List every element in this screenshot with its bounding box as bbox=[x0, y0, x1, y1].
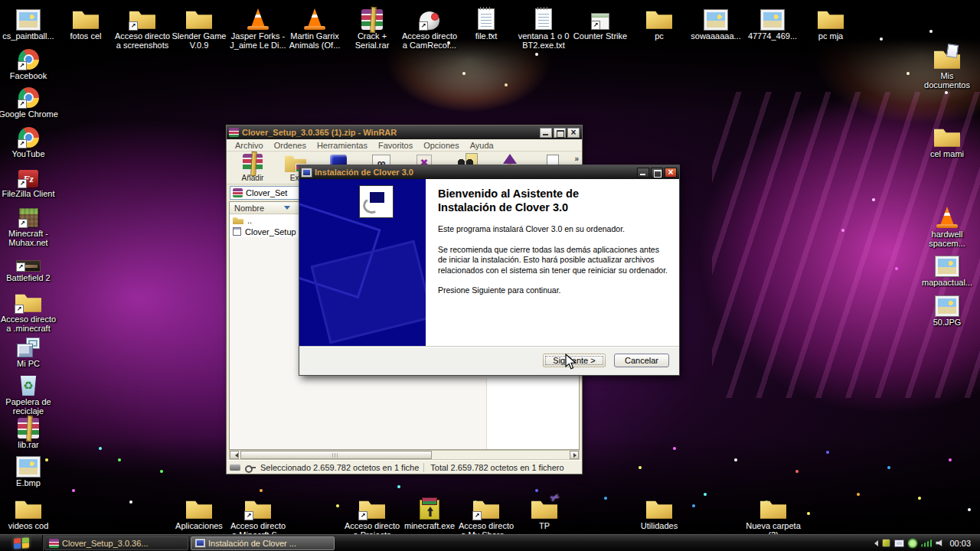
desktop-icon[interactable]: 47774_469... bbox=[743, 5, 802, 41]
desktop-icon[interactable]: Mis documentos bbox=[917, 44, 977, 90]
desktop-icon[interactable]: Slender Game V.0.9 bbox=[169, 5, 229, 50]
task-label: Clover_Setup_3.0.36... bbox=[62, 539, 149, 548]
desktop-icon-label: minecraft.exe bbox=[400, 521, 459, 530]
desktop-icon-label: Utilidades bbox=[629, 521, 689, 530]
scroll-left-arrow-icon[interactable] bbox=[230, 451, 239, 459]
desktop-icon[interactable]: Minecraft - Muhax.net bbox=[0, 202, 58, 247]
desktop-icon-glyph bbox=[936, 296, 959, 316]
winrar-title: Clover_Setup_3.0.365 (1).zip - WinRAR bbox=[242, 128, 538, 137]
cancel-button[interactable]: Cancelar bbox=[614, 354, 669, 367]
horizontal-scrollbar[interactable] bbox=[229, 450, 580, 460]
task-icon bbox=[49, 539, 59, 548]
menu-item[interactable]: Ordenes bbox=[269, 141, 312, 150]
tray-volume-icon[interactable] bbox=[936, 540, 944, 547]
desktop-icon-label: mapaactual... bbox=[917, 278, 977, 287]
desktop-icon[interactable]: sowaaaaaa... bbox=[686, 5, 746, 41]
desktop-icon-label: Crack + Serial.rar bbox=[342, 31, 402, 50]
desktop-icon[interactable]: Martin Garrix Animals (Of... bbox=[285, 5, 345, 50]
menu-item[interactable]: Herramientas bbox=[312, 141, 373, 150]
taskbar-clock[interactable]: 00:03 bbox=[948, 539, 975, 548]
desktop-icon[interactable]: cs_paintball... bbox=[0, 5, 58, 41]
desktop-icon-label: Martin Garrix Animals (Of... bbox=[285, 31, 345, 50]
file-icon bbox=[233, 227, 241, 236]
desktop-icon[interactable]: E.bmp bbox=[0, 452, 58, 487]
toolbar-button[interactable]: Añadir bbox=[231, 153, 274, 182]
desktop-icon[interactable]: Acceso directo a CamRecor... bbox=[400, 5, 459, 50]
taskbar-task[interactable]: Instalación de Clover ... bbox=[191, 536, 335, 550]
close-button[interactable] bbox=[567, 128, 580, 138]
installer-app-icon bbox=[302, 168, 312, 177]
desktop-icon-glyph bbox=[15, 291, 41, 313]
desktop-icon-label: Google Chrome bbox=[0, 109, 58, 119]
desktop-icon[interactable]: Nueva carpeta (2) bbox=[743, 494, 803, 540]
desktop-icon[interactable]: pc mja bbox=[801, 5, 861, 41]
desktop-icon[interactable]: ventana 1 o 0 BT2.exe.txt bbox=[514, 5, 573, 50]
installer-maximize-button[interactable] bbox=[651, 168, 663, 178]
desktop-icon[interactable]: pc bbox=[629, 5, 689, 41]
taskbar-task[interactable]: Clover_Setup_3.0.36... bbox=[44, 536, 188, 550]
desktop-icon-label: Mis documentos bbox=[917, 71, 977, 90]
desktop-icon-glyph bbox=[15, 337, 41, 357]
desktop-icon-glyph bbox=[73, 8, 99, 30]
scroll-right-arrow-icon[interactable] bbox=[570, 451, 579, 459]
next-button[interactable]: Siguiente > bbox=[543, 354, 606, 367]
desktop-icon[interactable]: Counter Strike bbox=[570, 5, 630, 41]
desktop-icon[interactable]: hardwell spacem... bbox=[917, 203, 977, 248]
desktop-icon[interactable]: Aplicaciones bbox=[169, 494, 229, 530]
desktop-icon[interactable]: fotos cel bbox=[56, 5, 116, 41]
sort-arrow-icon bbox=[284, 206, 290, 213]
menu-item[interactable]: Archivo bbox=[230, 141, 269, 150]
menu-item[interactable]: Ayuda bbox=[465, 141, 499, 150]
desktop-icon-glyph bbox=[18, 127, 39, 148]
desktop-icon[interactable]: Acceso directo a Projects bbox=[342, 494, 402, 540]
tray-app-icon[interactable] bbox=[882, 539, 890, 547]
desktop-icon[interactable]: Acceso directo a screenshots bbox=[113, 5, 172, 50]
desktop-icon[interactable]: cel mami bbox=[917, 122, 977, 158]
tray-chevron-icon[interactable] bbox=[871, 540, 878, 546]
desktop-icon[interactable]: Acceso directo a .minecraft bbox=[0, 288, 58, 333]
tray-display-icon[interactable] bbox=[894, 540, 904, 547]
desktop-icon[interactable]: 50.JPG bbox=[917, 291, 977, 327]
desktop-icon-glyph bbox=[361, 9, 383, 30]
tray-update-icon[interactable] bbox=[908, 539, 917, 548]
desktop-icon[interactable]: Mi PC bbox=[0, 332, 58, 368]
desktop-icon[interactable]: videos cod bbox=[0, 494, 58, 530]
desktop-icon-glyph bbox=[247, 8, 270, 30]
maximize-button[interactable] bbox=[554, 128, 566, 138]
desktop-icon-glyph bbox=[245, 497, 271, 520]
menu-item[interactable]: Favoritos bbox=[373, 141, 418, 150]
start-button[interactable] bbox=[0, 535, 43, 551]
desktop-icon[interactable]: Crack + Serial.rar bbox=[342, 5, 402, 50]
desktop-icon[interactable]: Google Chrome bbox=[0, 83, 58, 119]
desktop-icon-label: ventana 1 o 0 BT2.exe.txt bbox=[514, 31, 573, 50]
desktop-icon[interactable]: Jasper Forks - J_aime Le Di... bbox=[228, 5, 288, 50]
file-name: Clover_Setup bbox=[245, 227, 296, 236]
desktop-icon[interactable]: Facebook bbox=[0, 44, 58, 80]
desktop-icon[interactable]: Utilidades bbox=[629, 494, 689, 530]
desktop-icon[interactable]: Acceso directo a Minecrft S... bbox=[228, 494, 288, 540]
file-list-pane bbox=[486, 378, 579, 450]
desktop-icon[interactable]: lib.rar bbox=[0, 413, 58, 449]
menu-item[interactable]: Opciones bbox=[418, 141, 464, 150]
desktop-icon[interactable]: Papelera de reciclaje bbox=[0, 370, 58, 416]
desktop-icon-glyph bbox=[591, 13, 609, 30]
installer-titlebar[interactable]: Instalación de Clover 3.0 bbox=[299, 165, 679, 179]
desktop-icon-glyph bbox=[18, 418, 39, 439]
toolbar-overflow-chevron-icon[interactable]: » bbox=[574, 155, 579, 163]
file-name: .. bbox=[247, 216, 252, 225]
desktop-icon[interactable]: mapaactual... bbox=[917, 251, 977, 287]
desktop-icon[interactable]: Acceso directo a My Share... bbox=[456, 494, 516, 540]
minimize-button[interactable] bbox=[540, 128, 552, 138]
scrollbar-thumb[interactable] bbox=[240, 451, 432, 459]
desktop-icon[interactable]: TP bbox=[514, 494, 574, 530]
desktop-icon[interactable]: minecraft.exe bbox=[400, 494, 459, 530]
desktop-icon-glyph bbox=[186, 497, 212, 520]
desktop-icon[interactable]: YouTube bbox=[0, 122, 58, 158]
desktop-icon[interactable]: Battlefield 2 bbox=[0, 246, 58, 282]
installer-close-button[interactable] bbox=[665, 168, 677, 178]
tray-network-icon[interactable] bbox=[921, 540, 932, 547]
installer-minimize-button[interactable] bbox=[637, 168, 649, 178]
desktop-icon[interactable]: FileZilla Client bbox=[0, 162, 58, 198]
winrar-titlebar[interactable]: Clover_Setup_3.0.365 (1).zip - WinRAR bbox=[227, 126, 582, 139]
desktop-icon[interactable]: file.txt bbox=[456, 5, 516, 41]
